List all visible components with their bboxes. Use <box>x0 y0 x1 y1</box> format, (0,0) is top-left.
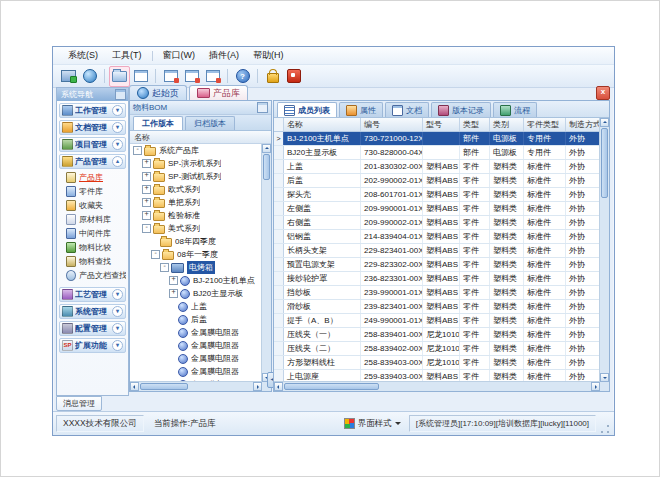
table-row[interactable]: 预置电源支架229-823302-00X塑料ABS零件塑料类标准件外协条 <box>274 258 609 272</box>
expand-icon[interactable]: + <box>169 289 178 298</box>
tree-row[interactable]: -电烤箱 <box>130 261 262 274</box>
doc-tab-start-page[interactable]: 起始页 <box>129 85 187 100</box>
nav-pane-options-button[interactable] <box>115 89 126 100</box>
chevron-down-icon[interactable]: ▾ <box>112 340 123 351</box>
scroll-down-arrow[interactable] <box>600 373 609 382</box>
column-header-类型[interactable]: 类型 <box>460 118 490 131</box>
exit-button[interactable] <box>283 66 304 87</box>
nav-group-header-5[interactable]: 工艺管理▾ <box>59 287 126 302</box>
column-header-零件类型[interactable]: 零件类型 <box>524 118 566 131</box>
chevron-down-icon[interactable]: ▾ <box>112 122 123 133</box>
menu-item-4[interactable]: 插件(A) <box>202 47 246 64</box>
table-row[interactable]: 探头壳208-601701-01X塑料ABS零件塑料类标准件外协条 <box>274 188 609 202</box>
tab-版本记录[interactable]: 版本记录 <box>431 102 491 117</box>
bom-tab-归档版本[interactable]: 归档版本 <box>185 116 235 130</box>
ui-style-dropdown-button[interactable]: 界面样式 <box>339 415 406 432</box>
resize-grip[interactable] <box>599 423 611 435</box>
table-row[interactable]: 左侧盖209-990001-01X塑料ABS零件塑料类标准件外协条 <box>274 202 609 216</box>
chevron-down-icon[interactable]: ▾ <box>112 289 123 300</box>
tree-row[interactable]: +SP-测试机系列 <box>130 170 262 183</box>
tree-row[interactable]: +BJ20主显示板 <box>130 287 262 300</box>
close-document-button[interactable] <box>160 66 181 87</box>
sidebar-item-中间件库[interactable]: 中间件库 <box>66 227 126 240</box>
folder-open-button[interactable] <box>109 66 130 87</box>
tree-row[interactable]: +SP-演示机系列 <box>130 157 262 170</box>
collapse-icon[interactable]: - <box>151 250 160 259</box>
scroll-right-arrow[interactable] <box>591 382 600 391</box>
column-header-编号[interactable]: 编号 <box>361 118 423 131</box>
column-header-型号[interactable]: 型号 <box>423 118 460 131</box>
scroll-right-arrow[interactable] <box>253 382 262 391</box>
sidebar-item-产品文档查找[interactable]: 产品文档查找 <box>66 269 126 282</box>
tree-row[interactable]: 上盖 <box>130 300 262 313</box>
hscroll-thumb[interactable] <box>140 383 188 390</box>
window-cascade-button[interactable] <box>181 66 202 87</box>
chevron-up-icon[interactable]: ▴ <box>112 156 123 167</box>
hscroll-thumb[interactable] <box>284 383 379 390</box>
menu-item-3[interactable]: 窗口(W) <box>156 47 203 64</box>
tree-row[interactable]: -08年一季度 <box>130 248 262 261</box>
expand-icon[interactable]: + <box>142 172 151 181</box>
globe-button[interactable] <box>79 66 100 87</box>
table-row[interactable]: 接纱轮护罩236-823301-00X塑料ABS零件塑料类标准件外协条 <box>274 272 609 286</box>
bom-tree-hscrollbar[interactable] <box>130 381 262 391</box>
table-row[interactable]: 压线夹（一）258-839401-00X尼龙1010零件塑料类标准件外协条 <box>274 328 609 342</box>
tab-成员列表[interactable]: 成员列表 <box>277 102 337 117</box>
table-row[interactable]: 压线夹（二）258-839402-00X尼龙1010零件塑料类标准件外协条 <box>274 342 609 356</box>
table-row[interactable]: 方形塑料线柱258-839403-00X尼龙1010零件塑料类标准件外协条 <box>274 356 609 370</box>
nav-group-header-6[interactable]: 系统管理▾ <box>59 304 126 319</box>
tree-row[interactable]: +检验标准 <box>130 209 262 222</box>
table-row[interactable]: 提手（A、B）249-990001-01X塑料ABS零件塑料类标准件外协条 <box>274 314 609 328</box>
sidebar-item-产品库[interactable]: 产品库 <box>66 171 126 184</box>
nav-group-header-1[interactable]: 工作管理▾ <box>59 103 126 118</box>
chevron-down-icon[interactable]: ▾ <box>112 105 123 116</box>
system-monitor-button[interactable] <box>58 66 79 87</box>
column-header-类别[interactable]: 类别 <box>490 118 524 131</box>
vscroll-thumb[interactable] <box>263 154 270 180</box>
table-row[interactable]: 右侧盖209-990002-01X塑料ABS零件塑料类标准件外协条 <box>274 216 609 230</box>
scroll-left-arrow[interactable] <box>274 382 283 391</box>
table-row[interactable]: 后盖202-990002-01X塑料ABS零件塑料类标准件外协条 <box>274 174 609 188</box>
chevron-down-icon[interactable]: ▾ <box>112 139 123 150</box>
chevron-down-icon[interactable]: ▾ <box>112 323 123 334</box>
sidebar-item-收藏夹[interactable]: 收藏夹 <box>66 199 126 212</box>
table-row[interactable]: 挡纱板239-990001-01X塑料ABS零件塑料类标准件外协条 <box>274 286 609 300</box>
sidebar-item-物料比较[interactable]: 物料比较 <box>66 241 126 254</box>
doc-tab-product-library[interactable]: 产品库 <box>189 85 248 100</box>
tree-row[interactable]: -系统产品库 <box>130 144 262 157</box>
tree-row[interactable]: +BJ-2100主机单点 <box>130 274 262 287</box>
collapse-icon[interactable]: - <box>142 224 151 233</box>
grid-hscrollbar[interactable] <box>274 381 600 391</box>
menu-item-1[interactable]: 系统(S) <box>61 47 105 64</box>
tree-column-header[interactable]: 名称 <box>130 131 271 144</box>
help-button[interactable]: ? <box>232 66 253 87</box>
table-row[interactable]: 铝钢盖214-839404-01X塑料ABS零件塑料类标准件外协条 <box>274 230 609 244</box>
tree-row[interactable]: 金属膜电阻器 <box>130 339 262 352</box>
tree-row[interactable]: 金属膜电阻器 <box>130 352 262 365</box>
scroll-up-arrow[interactable] <box>600 118 609 127</box>
sidebar-item-物料查找[interactable]: 物料查找 <box>66 255 126 268</box>
tree-row[interactable]: 08年四季度 <box>130 235 262 248</box>
sidebar-item-原材料库[interactable]: 原材料库 <box>66 213 126 226</box>
table-row[interactable]: 长柄头支架229-823401-00X塑料ABS零件塑料类标准件外协条 <box>274 244 609 258</box>
window-panel-button[interactable] <box>130 66 151 87</box>
message-management-tab[interactable]: 消息管理 <box>56 396 102 411</box>
table-row[interactable]: BJ20主显示板730-828000-04X部件电源板专用件外协颗 <box>274 146 609 160</box>
tree-row[interactable]: +单把系列 <box>130 196 262 209</box>
bom-tab-工作版本[interactable]: 工作版本 <box>133 116 183 130</box>
grid-vscrollbar[interactable] <box>599 118 609 382</box>
column-header-名称[interactable]: 名称 <box>284 118 361 131</box>
close-tab-button[interactable]: x <box>596 86 610 100</box>
nav-group-header-8[interactable]: SP扩展功能▾ <box>59 338 126 353</box>
window-export-button[interactable] <box>202 66 223 87</box>
expand-icon[interactable]: + <box>142 159 151 168</box>
menu-item-2[interactable]: 工具(T) <box>105 47 149 64</box>
expand-icon[interactable]: + <box>142 211 151 220</box>
chevron-down-icon[interactable]: ▾ <box>112 306 123 317</box>
nav-group-header-7[interactable]: 配置管理▾ <box>59 321 126 336</box>
table-row[interactable]: 上盖201-830302-00X塑料ABS零件塑料类标准件外协条 <box>274 160 609 174</box>
collapse-icon[interactable]: - <box>133 146 142 155</box>
nav-group-header-2[interactable]: 文档管理▾ <box>59 120 126 135</box>
tree-row[interactable]: +欧式系列 <box>130 183 262 196</box>
bom-pane-pin-button[interactable] <box>257 102 268 113</box>
